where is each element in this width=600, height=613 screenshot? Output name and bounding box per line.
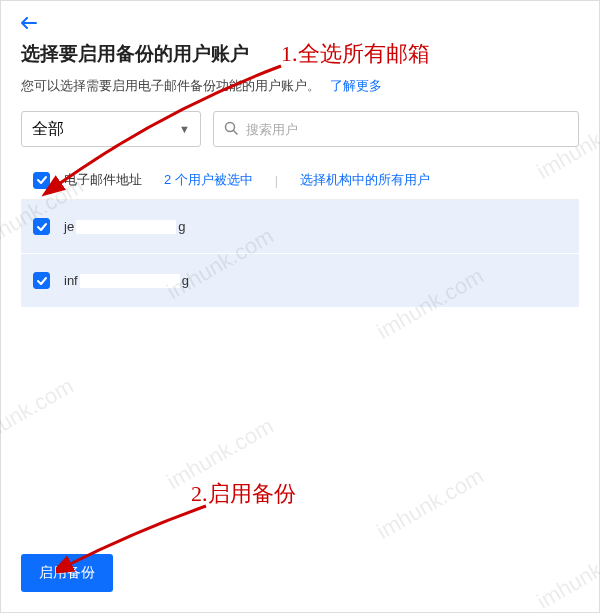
chevron-down-icon: ▼ xyxy=(179,123,190,135)
subtitle-text: 您可以选择需要启用电子邮件备份功能的用户账户。 xyxy=(21,78,320,93)
learn-more-link[interactable]: 了解更多 xyxy=(330,78,382,93)
selected-count: 2 个用户被选中 xyxy=(164,171,253,189)
watermark: imhunk.com xyxy=(0,373,78,455)
watermark: imhunk.com xyxy=(162,413,278,495)
watermark: imhunk.com xyxy=(372,463,488,545)
divider: | xyxy=(275,173,278,188)
svg-line-1 xyxy=(234,130,238,134)
page-subtitle: 您可以选择需要启用电子邮件备份功能的用户账户。 了解更多 xyxy=(21,77,579,95)
table-header-row: 电子邮件地址 2 个用户被选中 | 选择机构中的所有用户 xyxy=(21,161,579,200)
filter-select-value: 全部 xyxy=(32,119,64,140)
search-field[interactable] xyxy=(213,111,579,147)
table-row[interactable]: infg xyxy=(21,254,579,308)
enable-backup-button[interactable]: 启用备份 xyxy=(21,554,113,592)
annotation-2: 2.启用备份 xyxy=(191,479,296,509)
filter-row: 全部 ▼ xyxy=(21,111,579,147)
user-email: infg xyxy=(64,273,189,289)
table-row[interactable]: jeg xyxy=(21,200,579,254)
page-title: 选择要启用备份的用户账户 xyxy=(21,41,579,67)
row-checkbox[interactable] xyxy=(33,272,50,289)
select-all-checkbox[interactable] xyxy=(33,172,50,189)
column-header-email: 电子邮件地址 xyxy=(64,171,142,189)
row-checkbox[interactable] xyxy=(33,218,50,235)
select-org-link[interactable]: 选择机构中的所有用户 xyxy=(300,171,430,189)
user-email: jeg xyxy=(64,219,185,235)
back-arrow-icon[interactable] xyxy=(21,15,37,33)
search-icon xyxy=(224,121,238,138)
watermark: imhunk.com xyxy=(532,533,600,613)
filter-select[interactable]: 全部 ▼ xyxy=(21,111,201,147)
search-input[interactable] xyxy=(246,122,568,137)
